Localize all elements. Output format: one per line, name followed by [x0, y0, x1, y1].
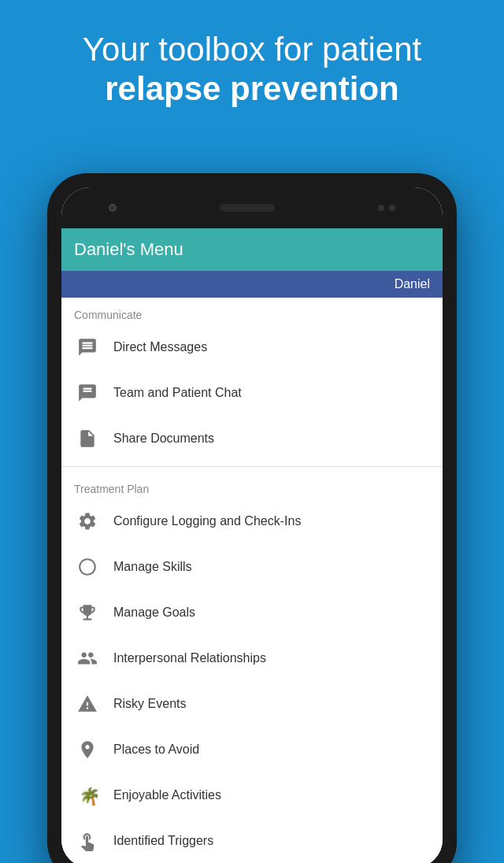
people-icon	[74, 645, 101, 672]
gear-icon	[74, 508, 101, 535]
finger-point-icon	[74, 828, 101, 854]
chat-bubbles-icon	[74, 334, 101, 361]
menu-item-places-avoid[interactable]: Places to Avoid	[61, 727, 443, 772]
app-subheader: Daniel	[61, 271, 443, 298]
phone-screen: Daniel's Menu Daniel Communicate Direct …	[61, 187, 443, 863]
menu-item-manage-goals[interactable]: Manage Goals	[61, 590, 443, 635]
header-line2: relapse prevention	[105, 70, 398, 107]
menu-content: Communicate Direct Messages	[61, 298, 443, 858]
phone-top-bar	[61, 187, 443, 228]
app-header: Daniel's Menu	[61, 228, 443, 271]
configure-logging-label: Configure Logging and Check-Ins	[113, 514, 301, 528]
manage-skills-label: Manage Skills	[113, 560, 192, 574]
menu-item-direct-messages[interactable]: Direct Messages	[61, 324, 443, 370]
app-screen: Daniel's Menu Daniel Communicate Direct …	[61, 228, 443, 863]
section-communicate: Communicate	[61, 298, 443, 324]
circle-check-icon	[74, 554, 101, 580]
manage-goals-label: Manage Goals	[113, 606, 195, 620]
places-avoid-label: Places to Avoid	[113, 743, 199, 757]
risky-events-label: Risky Events	[113, 697, 186, 711]
share-documents-label: Share Documents	[113, 432, 214, 446]
menu-item-team-chat[interactable]: Team and Patient Chat	[61, 370, 443, 416]
menu-item-enjoyable-activities[interactable]: 🌴 Enjoyable Activities	[61, 772, 443, 818]
menu-item-configure-logging[interactable]: Configure Logging and Check-Ins	[61, 498, 443, 544]
phone-sensor	[378, 205, 384, 211]
menu-item-share-documents[interactable]: Share Documents	[61, 416, 443, 461]
document-icon	[74, 425, 101, 452]
team-chat-label: Team and Patient Chat	[113, 386, 242, 400]
menu-item-identified-triggers[interactable]: Identified Triggers	[61, 818, 443, 858]
enjoyable-activities-label: Enjoyable Activities	[113, 788, 221, 802]
direct-messages-label: Direct Messages	[113, 340, 207, 354]
menu-item-interpersonal[interactable]: Interpersonal Relationships	[61, 635, 443, 681]
palm-tree-icon: 🌴	[74, 782, 101, 809]
user-name-label: Daniel	[395, 277, 430, 291]
interpersonal-label: Interpersonal Relationships	[113, 651, 266, 665]
identified-triggers-label: Identified Triggers	[113, 834, 213, 848]
chat-bubble-single-icon	[74, 380, 101, 406]
menu-item-manage-skills[interactable]: Manage Skills	[61, 544, 443, 590]
phone-camera	[109, 204, 117, 212]
svg-text:🌴: 🌴	[79, 786, 98, 806]
page-header: Your toolbox for patient relapse prevent…	[0, 0, 504, 125]
phone-speaker	[220, 204, 275, 212]
section-divider	[61, 466, 443, 467]
app-title: Daniel's Menu	[74, 239, 430, 260]
section-treatment-plan: Treatment Plan	[61, 472, 443, 498]
phone-sensors	[378, 205, 395, 211]
triangle-warning-icon	[74, 691, 101, 717]
phone-sensor-2	[389, 205, 395, 211]
phone-mockup: Daniel's Menu Daniel Communicate Direct …	[47, 173, 457, 863]
menu-item-risky-events[interactable]: Risky Events	[61, 681, 443, 727]
trophy-icon	[74, 599, 101, 626]
location-pin-icon	[74, 736, 101, 763]
header-line1: Your toolbox for patient	[83, 31, 421, 68]
